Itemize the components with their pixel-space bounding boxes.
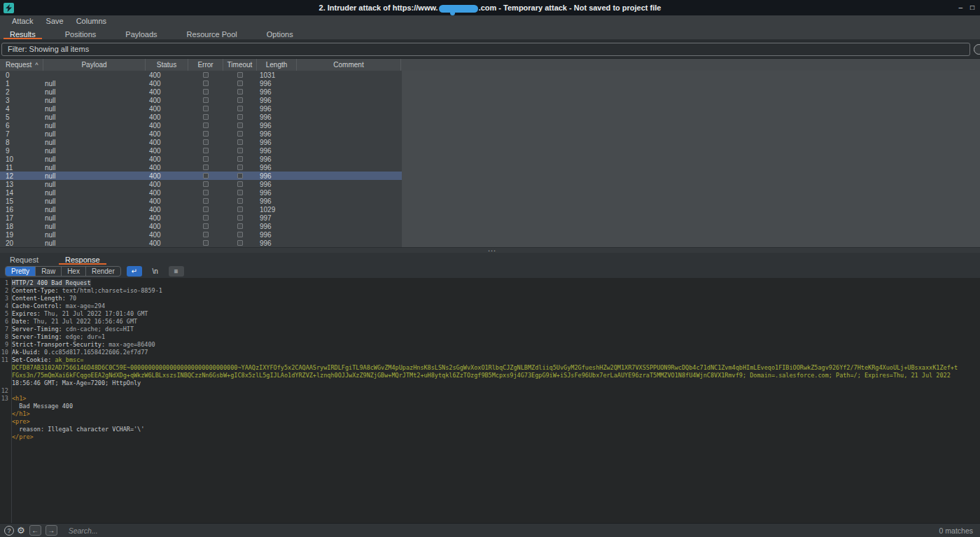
table-row[interactable]: 0 400 1031 [0,71,402,79]
error-checkbox[interactable] [203,215,209,221]
timeout-checkbox[interactable] [237,139,243,145]
error-checkbox[interactable] [203,114,209,120]
tab-options[interactable]: Options [258,27,302,39]
timeout-checkbox[interactable] [237,97,243,103]
filter-settings-icon[interactable] [974,44,980,55]
error-checkbox[interactable] [203,198,209,204]
timeout-checkbox[interactable] [237,181,243,187]
table-row[interactable]: 8 null 400 996 [0,138,402,146]
view-mode-raw[interactable]: Raw [36,267,62,276]
error-checkbox[interactable] [203,131,209,137]
error-checkbox[interactable] [203,240,209,246]
tab-results[interactable]: Results [1,27,44,39]
error-checkbox[interactable] [203,156,209,162]
column-header-timeout[interactable]: Timeout [223,59,257,71]
timeout-checkbox[interactable] [237,240,243,246]
error-checkbox[interactable] [203,148,209,153]
timeout-checkbox[interactable] [237,131,243,137]
column-header-error[interactable]: Error [188,59,223,71]
timeout-checkbox[interactable] [237,123,243,128]
table-row[interactable]: 20 null 400 996 [0,239,402,247]
table-row[interactable]: 5 null 400 996 [0,113,402,121]
error-checkbox[interactable] [203,89,209,95]
error-checkbox[interactable] [203,181,209,187]
maximize-button[interactable]: □ [970,4,974,11]
table-row[interactable]: 16 null 400 1029 [0,205,402,214]
table-row[interactable]: 17 null 400 997 [0,214,402,222]
column-header-payload[interactable]: Payload [43,59,146,71]
timeout-checkbox[interactable] [237,72,243,78]
table-row[interactable]: 2 null 400 996 [0,88,402,96]
timeout-checkbox[interactable] [237,148,243,153]
view-mode-render[interactable]: Render [86,267,120,276]
timeout-checkbox[interactable] [237,156,243,162]
timeout-checkbox[interactable] [237,89,243,95]
editor-menu-button[interactable]: ≡ [169,266,184,277]
filter-bar[interactable]: Filter: Showing all items [1,43,970,56]
error-checkbox[interactable] [203,106,209,111]
column-header-status[interactable]: Status [146,59,188,71]
timeout-checkbox[interactable] [237,198,243,204]
error-checkbox[interactable] [203,123,209,128]
view-mode-hex[interactable]: Hex [62,267,86,276]
view-mode-pretty[interactable]: Pretty [6,267,36,276]
tab-resource-pool[interactable]: Resource Pool [178,27,246,39]
table-row[interactable]: 11 null 400 996 [0,163,402,172]
minimize-button[interactable]: – [958,4,962,11]
table-row[interactable]: 9 null 400 996 [0,146,402,155]
table-row[interactable]: 19 null 400 996 [0,230,402,239]
error-checkbox[interactable] [203,207,209,212]
column-header-request[interactable]: Request ^ [0,59,43,71]
response-editor[interactable]: 1 HTTP/2 400 Bad Request 2 Content-Type:… [0,278,980,523]
error-checkbox[interactable] [203,139,209,145]
settings-gear-icon[interactable]: ⚙ [17,526,25,536]
error-checkbox[interactable] [203,165,209,170]
search-input[interactable] [69,525,930,536]
status-cell: 400 [146,138,188,146]
tab-payloads[interactable]: Payloads [117,27,165,39]
line-content: Content-Length: 70 [12,295,76,302]
table-row[interactable]: 1 null 400 996 [0,79,402,88]
timeout-checkbox[interactable] [237,190,243,195]
column-header-comment[interactable]: Comment [297,59,401,71]
menu-attack[interactable]: Attack [6,17,40,25]
previous-match-button[interactable]: ← [29,525,41,536]
table-row[interactable]: 13 null 400 996 [0,180,402,188]
table-row[interactable]: 12 null 400 996 [0,172,402,180]
help-icon[interactable]: ? [4,526,14,536]
error-checkbox[interactable] [203,190,209,195]
table-row[interactable]: 10 null 400 996 [0,155,402,163]
timeout-checkbox[interactable] [237,173,243,179]
table-row[interactable]: 3 null 400 996 [0,96,402,104]
table-row[interactable]: 7 null 400 996 [0,130,402,138]
timeout-checkbox[interactable] [237,106,243,111]
newline-toggle-button[interactable]: \n [148,266,163,277]
tab-response[interactable]: Response [57,253,108,265]
error-checkbox[interactable] [203,173,209,179]
timeout-checkbox[interactable] [237,81,243,86]
table-row[interactable]: 15 null 400 996 [0,197,402,205]
splitter-handle[interactable]: ... [0,247,980,253]
timeout-checkbox[interactable] [237,215,243,221]
table-row[interactable]: 4 null 400 996 [0,104,402,113]
timeout-checkbox[interactable] [237,114,243,120]
menu-columns[interactable]: Columns [70,17,113,25]
error-checkbox[interactable] [203,223,209,229]
menu-save[interactable]: Save [40,17,70,25]
error-checkbox[interactable] [203,232,209,237]
error-checkbox[interactable] [203,72,209,78]
timeout-checkbox[interactable] [237,207,243,212]
table-row[interactable]: 18 null 400 996 [0,222,402,230]
timeout-checkbox[interactable] [237,223,243,229]
column-header-length[interactable]: Length [257,59,297,71]
next-match-button[interactable]: → [46,525,57,536]
error-checkbox[interactable] [203,97,209,103]
tab-request[interactable]: Request [1,253,47,265]
wrap-text-button[interactable]: ↵ [127,266,142,277]
error-checkbox[interactable] [203,81,209,86]
timeout-checkbox[interactable] [237,232,243,237]
table-row[interactable]: 6 null 400 996 [0,121,402,130]
timeout-checkbox[interactable] [237,165,243,170]
table-row[interactable]: 14 null 400 996 [0,188,402,197]
tab-positions[interactable]: Positions [57,27,105,39]
